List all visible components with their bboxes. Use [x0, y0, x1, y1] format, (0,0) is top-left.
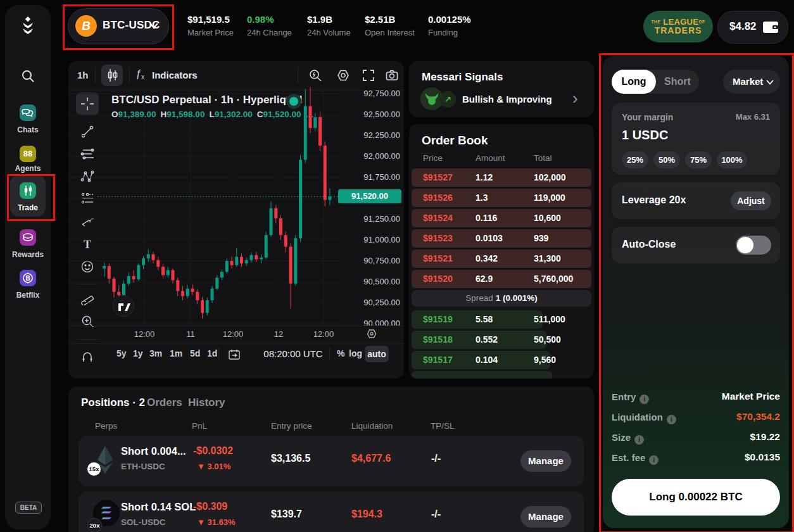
chevron-down-icon — [766, 80, 774, 85]
ob-amount: 5.58 — [476, 314, 493, 324]
sidebar-item-rewards[interactable]: Rewards — [5, 229, 51, 259]
range-1m-button[interactable]: 1m — [170, 348, 182, 358]
range-1d-button[interactable]: 1d — [207, 348, 217, 358]
position-pnl: -$0.309 — [193, 501, 227, 512]
orderbook-bid-row[interactable]: $915170.1049,560 — [409, 351, 594, 369]
margin-pct-100[interactable]: 100% — [717, 151, 747, 168]
manage-button[interactable]: Manage — [520, 450, 571, 472]
position-tpsl: -/- — [431, 453, 441, 464]
orderbook-bid-row[interactable]: $915180.55250,500 — [409, 331, 594, 349]
axis-settings-icon[interactable] — [366, 328, 377, 342]
col-pnl: PnL — [192, 421, 207, 431]
league-of-traders-logo[interactable]: THE LEAGUEOF TRADERS — [643, 11, 713, 42]
auto-close-toggle[interactable] — [736, 236, 771, 255]
time-axis-label: 11 — [173, 329, 208, 339]
stat-label: 24h Volume — [307, 28, 351, 37]
range-5y-button[interactable]: 5y — [117, 348, 127, 358]
margin-max[interactable]: Max 6.31 — [736, 112, 770, 122]
ob-amount: 0.104 — [476, 355, 498, 365]
position-tpsl: -/- — [431, 509, 441, 520]
manage-button[interactable]: Manage — [520, 506, 571, 528]
tab-history[interactable]: History — [188, 396, 225, 409]
sidebar-item-betflix[interactable]: B Betflix — [5, 270, 51, 300]
leverage-badge: 20x — [87, 518, 102, 532]
stat-market-price: $91,519.5Market Price — [187, 14, 234, 37]
margin-pct-25[interactable]: 25% — [622, 151, 648, 168]
signal-text: Bullish & Improving — [462, 94, 552, 104]
summary-row-entry: EntryMarket Price — [612, 389, 780, 407]
sidebar-item-agents[interactable]: 88 Agents — [5, 146, 51, 173]
percent-scale-button[interactable]: % — [337, 348, 344, 358]
ob-amount: 62.9 — [476, 274, 493, 284]
summary-label: Est. fee — [612, 452, 659, 465]
info-icon[interactable] — [667, 415, 676, 424]
tab-orders[interactable]: Orders — [147, 396, 182, 409]
order-type-dropdown[interactable]: Market — [723, 70, 780, 94]
range-5d-button[interactable]: 5d — [190, 348, 200, 358]
price-axis-label: 92,000.00 — [337, 151, 401, 161]
log-scale-button[interactable]: log — [349, 348, 362, 358]
ob-total: 102,000 — [534, 172, 566, 182]
messari-signals-panel[interactable]: Messari Signals ↗ Bullish & Improving › — [409, 61, 594, 117]
tradingview-logo — [113, 295, 134, 317]
auto-scale-button[interactable]: auto — [365, 346, 389, 362]
app-logo-icon[interactable] — [18, 15, 37, 35]
pair-selector[interactable]: B BTC-USDC — [68, 8, 169, 44]
sidebar-item-chats[interactable]: Chats — [5, 104, 51, 134]
orderbook-ask-row[interactable]: $915271.12102,000 — [409, 168, 594, 187]
tab-positions[interactable]: Positions · 2 — [81, 396, 145, 409]
orderbook-bid-row[interactable]: $915195.58511,000 — [409, 310, 594, 329]
go-to-date-icon[interactable] — [228, 348, 241, 364]
price-axis-label: 90.000.00 — [337, 319, 401, 328]
side-tabs: Long Short — [612, 70, 699, 94]
spread-bar: Spread 1 (0.001%) — [412, 290, 591, 307]
clock-utc[interactable]: 08:20:00 UTC — [258, 348, 328, 359]
adjust-leverage-button[interactable]: Adjust — [731, 191, 771, 210]
info-icon[interactable] — [649, 455, 659, 465]
toggle-knob — [737, 237, 753, 253]
col-tpsl: TP/SL — [431, 421, 455, 431]
ob-total: 939 — [534, 233, 548, 243]
summary-value: $19.22 — [750, 431, 780, 443]
ob-total: 511,000 — [534, 314, 565, 324]
chart-legend-title: BTC/USD Perpetual · 1h · Hyperliquid — [111, 94, 302, 106]
ob-total: 50,500 — [534, 334, 561, 345]
margin-amount-input[interactable]: 1 USDC — [622, 128, 668, 142]
ob-total: 9,560 — [534, 355, 556, 365]
margin-pct-75[interactable]: 75% — [685, 151, 712, 168]
wallet-balance[interactable]: $4.82 — [717, 11, 788, 44]
orderbook-ask-row[interactable]: $915240.11610,600 — [409, 209, 594, 227]
col-entry-price: Entry price — [271, 421, 312, 431]
tab-short[interactable]: Short — [656, 70, 699, 94]
margin-pct-50[interactable]: 50% — [653, 151, 680, 168]
orderbook-ask-row[interactable]: $9152062.95,760,000 — [409, 270, 594, 288]
stat-value: $1.9B — [307, 14, 351, 25]
ob-total: 5,760,000 — [534, 274, 573, 284]
position-liquidation: $194.3 — [351, 509, 382, 520]
range-3m-button[interactable]: 3m — [149, 348, 162, 358]
price-axis-label: 90,250.00 — [337, 298, 401, 307]
auto-close-card: Auto-Close — [612, 227, 780, 263]
price-axis-label: 91,250.00 — [337, 214, 401, 224]
sidebar-item-trade[interactable]: Trade — [5, 182, 51, 212]
orderbook-ask-row[interactable]: $915210.34231,300 — [409, 250, 594, 268]
tab-long[interactable]: Long — [612, 70, 656, 94]
info-icon[interactable] — [640, 395, 649, 404]
position-row-sol: 20x Short 0.14 SOL SOL-USDC -$0.309 ▼ 31… — [79, 491, 584, 532]
orderbook-ask-row[interactable]: $915230.0103939 — [409, 229, 594, 248]
chevron-right-icon[interactable]: › — [572, 89, 578, 108]
search-icon[interactable] — [20, 68, 35, 84]
range-1y-button[interactable]: 1y — [133, 348, 143, 358]
orderbook-ask-row[interactable]: $915261.3119,000 — [409, 189, 594, 207]
info-icon[interactable] — [634, 435, 644, 445]
leverage-badge: 15x — [87, 462, 101, 476]
stat-label: Open Interest — [365, 28, 415, 37]
ob-price: $91524 — [423, 213, 453, 223]
magnet-tool-icon[interactable] — [80, 350, 94, 364]
ob-price: $91518 — [423, 334, 453, 345]
submit-order-button[interactable]: Long 0.00022 BTC — [612, 479, 780, 516]
orderbook-bid-row[interactable] — [409, 371, 594, 379]
messari-title: Messari Signals — [422, 71, 503, 84]
stat-value: 0.98% — [247, 14, 292, 25]
trade-panel: Long Short Market Your margin Max 6.31 1… — [603, 56, 789, 528]
